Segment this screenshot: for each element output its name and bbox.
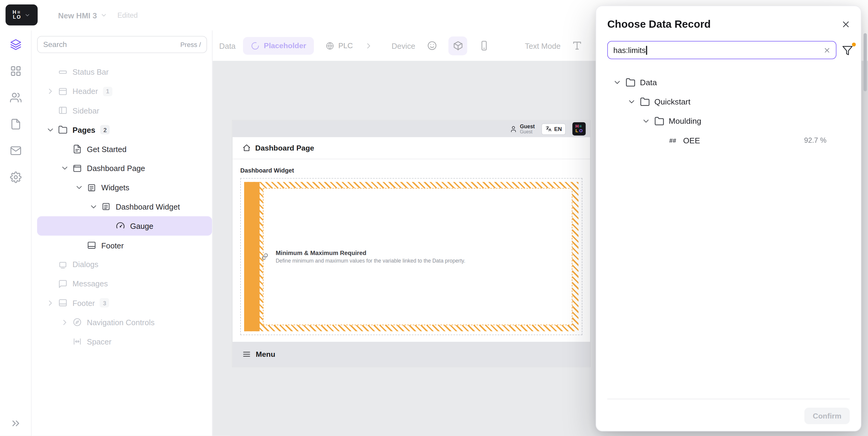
confirm-button[interactable]: Confirm: [804, 408, 849, 424]
status-bar-icon: [58, 67, 67, 77]
preview-status-bar: Guest Guest EN H≡ LO: [232, 121, 590, 137]
dialogs-icon: [58, 260, 67, 269]
settings-icon[interactable]: [10, 171, 22, 183]
users-icon[interactable]: [10, 92, 22, 104]
count-badge: 2: [100, 125, 110, 135]
plc-data-button[interactable]: PLC: [321, 37, 358, 55]
filter-active-dot: [852, 42, 856, 46]
app-logo-menu[interactable]: H≡ LO: [5, 4, 38, 26]
emoji-device-button[interactable]: [423, 36, 441, 55]
chevron-down-icon[interactable]: [627, 97, 636, 106]
layers-search: Press /: [37, 36, 207, 53]
navigation-controls-icon: [73, 318, 82, 327]
filter-icon[interactable]: [842, 45, 853, 56]
toolbar-expand-icon[interactable]: [364, 41, 373, 50]
device-label: Device: [392, 41, 415, 50]
desktop-device-button[interactable]: [448, 36, 467, 55]
tree-row-messages[interactable]: Messages: [37, 274, 212, 294]
expand-panel-icon[interactable]: [10, 417, 22, 429]
dialog-divider: [607, 399, 849, 399]
warning-panel: Minimum & Maximum Required Define minimu…: [263, 188, 572, 325]
preview-language-button[interactable]: EN: [541, 123, 566, 135]
header-icon: [58, 87, 67, 96]
chevron-right-icon[interactable]: [46, 299, 55, 307]
project-title-menu[interactable]: New HMI 3 Edited: [58, 11, 138, 20]
placeholder-icon: [250, 41, 259, 50]
tree-row-oee[interactable]: ## OEE 92.7 %: [607, 130, 849, 149]
smartphone-icon: [478, 40, 489, 51]
tree-row-widgets[interactable]: Widgets: [37, 178, 212, 197]
tree-row-quickstart[interactable]: Quickstart: [607, 92, 849, 111]
preview-menu-button[interactable]: Menu: [232, 342, 590, 367]
tree-row-moulding[interactable]: Moulding: [607, 111, 849, 130]
folder-icon: [626, 77, 636, 87]
chevron-down-icon[interactable]: [75, 183, 84, 192]
chevron-right-icon[interactable]: [60, 318, 69, 327]
smiley-icon: [427, 40, 437, 51]
data-record-search-input[interactable]: has:limits: [607, 41, 836, 59]
warning-accent-bar: [244, 182, 259, 331]
sidebar-icon: [58, 106, 67, 115]
widget-icon: [101, 202, 111, 211]
footer-icon: [87, 241, 96, 250]
helio-logo: H≡ LO: [13, 10, 21, 20]
placeholder-data-button[interactable]: Placeholder: [243, 37, 314, 55]
footer-icon: [58, 298, 67, 308]
app-window: H≡ LO New HMI 3 Edited Press /: [0, 0, 868, 436]
search-input[interactable]: [43, 40, 176, 49]
mobile-device-button[interactable]: [474, 36, 493, 55]
tree-row-status-bar[interactable]: Status Bar: [37, 63, 212, 82]
chevron-down-icon[interactable]: [613, 78, 621, 87]
text-mode-label: Text Mode: [525, 41, 561, 50]
chevron-down-icon[interactable]: [89, 202, 98, 211]
tree-row-footer[interactable]: Footer: [37, 236, 212, 255]
preview-page-body: Dashboard Widget Minimum & Maximum Requi…: [232, 159, 590, 342]
tree-row-footer-root[interactable]: Footer 3: [37, 294, 212, 313]
tree-row-gauge-selected[interactable]: Gauge: [37, 216, 212, 236]
link-icon: [261, 253, 269, 260]
layers-panel-icon[interactable]: [10, 39, 22, 51]
widget-warning-area: Minimum & Maximum Required Define minimu…: [244, 182, 578, 331]
tree-row-dashboard-widget[interactable]: Dashboard Widget: [37, 197, 212, 216]
dashboard-page-icon: [73, 164, 82, 173]
close-icon[interactable]: [841, 19, 851, 29]
widget-title: Dashboard Widget: [240, 167, 582, 174]
chevron-down-icon[interactable]: [642, 116, 650, 125]
tree-row-dashboard-page[interactable]: Dashboard Page: [37, 159, 212, 178]
text-cursor: [646, 46, 647, 55]
preview-user-button[interactable]: Guest Guest: [510, 124, 535, 134]
files-icon[interactable]: [10, 118, 22, 130]
messages-icon[interactable]: [10, 145, 22, 157]
number-type-icon: ##: [669, 135, 679, 145]
translate-icon: [545, 126, 552, 132]
scrollbar-thumb[interactable]: [864, 33, 867, 91]
clear-search-icon[interactable]: [823, 46, 831, 54]
components-icon[interactable]: [10, 65, 22, 77]
gauge-widget-selection[interactable]: Minimum & Maximum Required Define minimu…: [240, 178, 582, 335]
tree-row-spacer[interactable]: Spacer: [37, 332, 212, 351]
messages-icon: [58, 279, 67, 289]
tree-row-data[interactable]: Data: [607, 73, 849, 92]
user-icon: [510, 125, 517, 133]
count-badge: 1: [103, 87, 112, 96]
spacer-icon: [73, 337, 82, 346]
chevron-down-icon: [24, 12, 30, 18]
chevron-down-icon[interactable]: [60, 164, 69, 172]
home-icon: [242, 144, 251, 153]
search-query-text: has:limits: [613, 46, 646, 55]
chevron-down-icon[interactable]: [46, 126, 55, 134]
tree-row-get-started[interactable]: Get Started: [37, 139, 212, 159]
tree-row-pages[interactable]: Pages 2: [37, 120, 212, 139]
folder-icon: [640, 97, 650, 107]
type-icon: [572, 40, 583, 51]
tree-row-dialogs[interactable]: Dialogs: [37, 255, 212, 274]
text-mode-toggle[interactable]: [568, 36, 587, 55]
tree-row-sidebar[interactable]: Sidebar: [37, 101, 212, 120]
chevron-right-icon[interactable]: [46, 87, 55, 96]
dialog-title: Choose Data Record: [607, 19, 711, 30]
tree-row-header[interactable]: Header 1: [37, 81, 212, 101]
icon-rail: [0, 30, 32, 436]
gauge-icon: [116, 221, 125, 231]
warning-description: Define minimum and maximum values for th…: [276, 258, 465, 264]
tree-row-navigation-controls[interactable]: Navigation Controls: [37, 312, 212, 332]
